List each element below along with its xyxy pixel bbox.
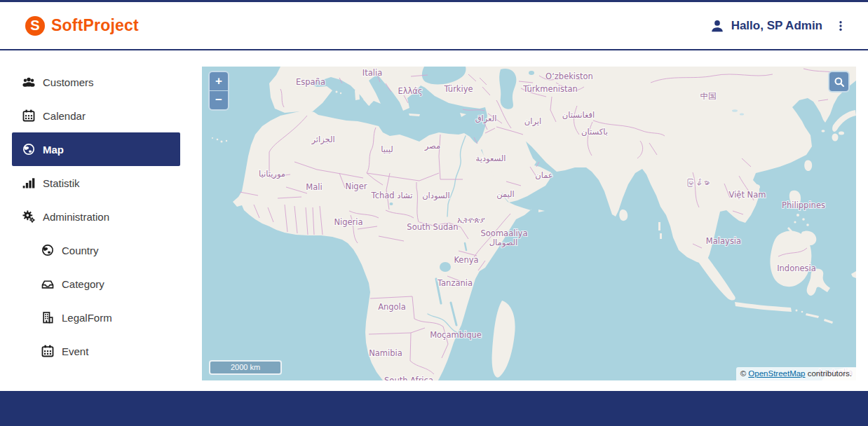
app-header: S SoftProject Hallo, SP Admin	[0, 2, 868, 49]
sidebar-nav: Customers Calendar	[0, 65, 202, 368]
map-label: الصومال	[489, 238, 518, 248]
search-icon	[833, 76, 846, 88]
globe-icon	[40, 242, 55, 258]
sidebar-item-label: Category	[62, 278, 104, 290]
map-label: 中国	[700, 91, 717, 101]
map-label: Türkmenistan	[522, 84, 578, 94]
map-label: العراق	[475, 114, 497, 124]
map-label: ليبيا	[381, 144, 393, 154]
map-label: Moçambique	[430, 330, 482, 340]
bar-chart-icon	[21, 175, 36, 191]
building-icon	[40, 310, 55, 325]
map-label: မြန်မာ	[686, 178, 710, 188]
globe-icon	[21, 142, 36, 157]
sidebar-item-administration[interactable]: Administration	[0, 200, 202, 233]
map-label: باكستان	[581, 127, 608, 137]
softproject-logo-icon: S	[25, 16, 45, 36]
map-label: Indonesia	[777, 263, 816, 273]
sidebar-item-legalform[interactable]: LegalForm	[0, 301, 202, 334]
people-icon	[21, 74, 36, 90]
sidebar-item-label: Event	[62, 345, 88, 357]
map-label: افغانستان	[562, 110, 595, 120]
sidebar-item-label: Calendar	[43, 110, 86, 122]
map-label: España	[296, 77, 325, 87]
sidebar-item-label: Statistik	[43, 177, 80, 189]
sidebar-item-category[interactable]: Category	[0, 267, 202, 301]
map-label: Philippines	[782, 200, 825, 210]
map-label: O‘zbekiston	[545, 71, 593, 81]
map-label: السعودية	[476, 153, 506, 164]
calendar-icon	[21, 108, 36, 123]
map-label: Tanzania	[437, 278, 473, 288]
map-label: Italia	[362, 68, 382, 78]
attribution-suffix: contributors.	[806, 369, 852, 378]
map-label: مصر	[424, 141, 440, 151]
world-map[interactable]: EspañaItaliaΕλλάςTürkiyeO‘zbekistonTürkm…	[202, 67, 856, 380]
map-label: Soomaaliya	[481, 228, 528, 238]
search-button[interactable]	[829, 72, 848, 91]
geocoder-control	[828, 71, 850, 92]
map-label: موريتانيا	[259, 169, 285, 179]
map-label: Nigeria	[334, 217, 362, 227]
map-label: الجزائر	[311, 135, 334, 145]
map-scale-bar: 2000 km	[209, 360, 282, 375]
map-label: Malaysia	[706, 236, 741, 246]
map-label: Ελλάς	[398, 86, 422, 96]
map-label: Angola	[378, 302, 406, 312]
sidebar-item-customers[interactable]: Customers	[0, 65, 202, 99]
gears-icon	[21, 209, 36, 224]
map-label: Namibia	[369, 348, 402, 358]
map-label: Tchad تشاد	[371, 191, 413, 200]
sidebar-item-statistik[interactable]: Statistik	[0, 166, 202, 200]
map-label: عمان	[535, 170, 552, 180]
map-label: Türkiye	[443, 84, 473, 94]
map-label: ኢትዮጵያ	[457, 215, 485, 225]
zoom-out-button[interactable]: −	[210, 91, 228, 109]
user-icon	[710, 18, 725, 34]
sidebar-item-map[interactable]: Map	[12, 132, 180, 166]
map-label: South Africa	[384, 376, 433, 380]
map-label: Mali	[306, 182, 322, 192]
tray-icon	[40, 276, 55, 291]
sidebar-item-event[interactable]: Event	[0, 334, 202, 368]
sidebar-item-label: Country	[62, 245, 99, 256]
zoom-control: + −	[208, 71, 229, 111]
sidebar-item-label: Administration	[43, 211, 109, 223]
calendar-icon	[40, 343, 55, 359]
footer-bar	[0, 391, 868, 426]
sidebar-item-label: Customers	[43, 76, 94, 88]
map-label: South Sudan	[407, 222, 458, 232]
user-greeting: Hallo, SP Admin	[731, 19, 822, 33]
map-label: Niger	[346, 181, 367, 191]
sidebar-item-label: LegalForm	[62, 312, 112, 324]
map-attribution: © OpenStreetMap contributors.	[736, 367, 856, 380]
attribution-prefix: ©	[740, 369, 749, 378]
map-label: Kenya	[454, 255, 478, 265]
sidebar-item-country[interactable]: Country	[0, 233, 202, 267]
sidebar-item-calendar[interactable]: Calendar	[0, 99, 202, 132]
map-label: السودان	[422, 191, 450, 201]
map-label: ايران	[524, 116, 541, 127]
brand-logo[interactable]: S SoftProject	[25, 16, 139, 36]
map-label: Việt Nam	[729, 190, 766, 200]
brand-name: SoftProject	[51, 16, 139, 35]
map-label: اليمن	[496, 189, 515, 200]
sidebar-item-label: Map	[43, 144, 64, 156]
openstreetmap-link[interactable]: OpenStreetMap	[748, 369, 805, 378]
kebab-menu-icon[interactable]	[834, 19, 847, 33]
zoom-in-button[interactable]: +	[210, 72, 228, 90]
